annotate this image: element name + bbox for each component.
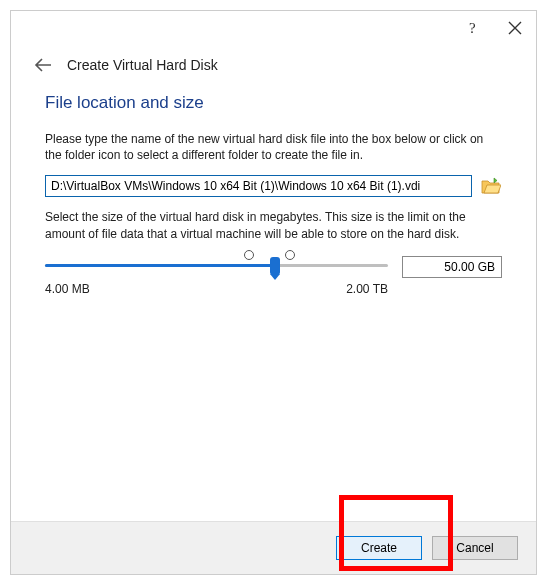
size-input[interactable] [402, 256, 502, 278]
help-icon[interactable]: ? [464, 19, 482, 37]
slider-area: 4.00 MB 2.00 TB [45, 254, 502, 296]
svg-text:?: ? [469, 20, 476, 36]
cancel-button[interactable]: Cancel [432, 536, 518, 560]
slider-thumb[interactable] [270, 257, 280, 275]
back-icon[interactable] [33, 55, 53, 75]
footer: Create Cancel [11, 521, 536, 574]
header: Create Virtual Hard Disk [11, 45, 536, 93]
create-vhd-dialog: ? Create Virtual Hard Disk File location… [10, 10, 537, 575]
slider-max-label: 2.00 TB [346, 282, 388, 296]
section-title: File location and size [45, 93, 502, 113]
dialog-title: Create Virtual Hard Disk [67, 57, 218, 73]
content: File location and size Please type the n… [11, 93, 536, 304]
slider-labels: 4.00 MB 2.00 TB [45, 282, 502, 296]
path-input[interactable] [45, 175, 472, 197]
browse-folder-icon[interactable] [480, 175, 502, 197]
path-instruction: Please type the name of the new virtual … [45, 131, 502, 163]
slider-fill [45, 264, 275, 267]
titlebar: ? [11, 11, 536, 45]
tick-dot [285, 250, 295, 260]
size-instruction: Select the size of the virtual hard disk… [45, 209, 502, 241]
size-slider[interactable] [45, 254, 388, 280]
close-icon[interactable] [506, 19, 524, 37]
path-row [45, 175, 502, 197]
create-button[interactable]: Create [336, 536, 422, 560]
slider-min-label: 4.00 MB [45, 282, 90, 296]
tick-dot [244, 250, 254, 260]
